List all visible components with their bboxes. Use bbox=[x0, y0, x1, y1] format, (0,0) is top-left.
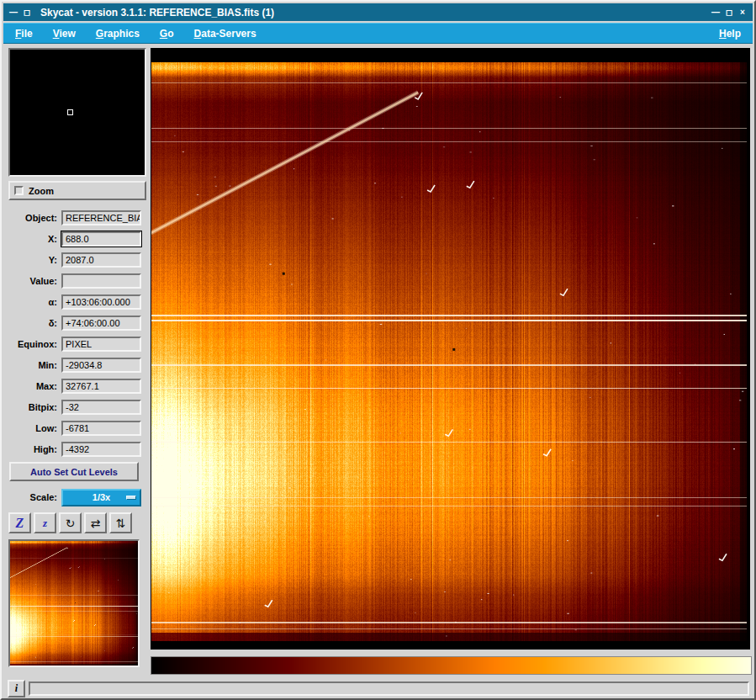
field-row: Value: bbox=[8, 270, 146, 291]
bitpix-entry[interactable]: -32 bbox=[61, 400, 141, 415]
thumbnail-frame bbox=[8, 539, 140, 667]
rotate-button[interactable]: ↻ bbox=[59, 512, 82, 533]
skycat-window: — ◻ Skycat - version 3.1.1: REFERENCE_BI… bbox=[0, 0, 756, 700]
image-canvas[interactable] bbox=[151, 48, 750, 650]
y-entry[interactable]: 2087.0 bbox=[61, 252, 141, 268]
field-row: Object: REFERENCE_BIAS bbox=[8, 207, 146, 228]
toolbar: Z z ↻ ⇄ ⇅ bbox=[8, 512, 132, 533]
low-entry[interactable]: -6781 bbox=[61, 421, 141, 436]
scale-value: 1/3x bbox=[93, 492, 110, 502]
field-row: Max: 32767.1 bbox=[8, 375, 146, 396]
max-label: Max: bbox=[8, 381, 57, 391]
menubar: File View Graphics Go Data-Servers Help bbox=[3, 23, 753, 44]
field-row: Low: -6781 bbox=[8, 417, 146, 438]
info-button[interactable]: i bbox=[8, 680, 25, 697]
high-label: High: bbox=[8, 444, 57, 454]
titlebar[interactable]: — ◻ Skycat - version 3.1.1: REFERENCE_BI… bbox=[3, 3, 753, 21]
low-label: Low: bbox=[8, 423, 57, 433]
colorbar-frame bbox=[151, 656, 752, 675]
x-label: X: bbox=[8, 234, 57, 244]
dec-label: δ: bbox=[8, 318, 57, 328]
scale-row: Scale: 1/3x bbox=[8, 488, 146, 506]
field-row: Min: -29034.8 bbox=[8, 354, 146, 375]
menu-help[interactable]: Help bbox=[719, 28, 741, 40]
flip-x-button[interactable]: ⇄ bbox=[84, 512, 107, 533]
bitpix-label: Bitpix: bbox=[8, 402, 57, 412]
pan-view-rect[interactable] bbox=[67, 109, 73, 115]
menu-go[interactable]: Go bbox=[160, 28, 174, 40]
scale-label: Scale: bbox=[8, 492, 57, 502]
minimize-icon[interactable]: — bbox=[709, 6, 722, 19]
equinox-entry[interactable]: PIXEL bbox=[61, 337, 141, 352]
colorbar[interactable] bbox=[151, 657, 751, 674]
menu-graphics[interactable]: Graphics bbox=[96, 28, 140, 40]
menu-data-servers[interactable]: Data-Servers bbox=[194, 28, 256, 40]
y-label: Y: bbox=[8, 255, 57, 265]
zoom-label: Zoom bbox=[29, 186, 54, 196]
equinox-label: Equinox: bbox=[8, 339, 57, 349]
field-row: δ: +74:06:00.00 bbox=[8, 312, 146, 333]
max-entry[interactable]: 32767.1 bbox=[61, 379, 141, 394]
option-menu-indicator bbox=[126, 496, 136, 500]
zoom-in-button[interactable]: Z bbox=[8, 512, 31, 533]
field-row: Y: 2087.0 bbox=[8, 249, 146, 270]
window-shade-icon[interactable]: ◻ bbox=[20, 6, 34, 19]
menu-view[interactable]: View bbox=[53, 28, 76, 40]
object-label: Object: bbox=[8, 213, 57, 223]
pan-window[interactable] bbox=[8, 48, 146, 177]
field-row: Bitpix: -32 bbox=[8, 396, 146, 417]
high-entry[interactable]: -4392 bbox=[61, 442, 141, 457]
thumbnail-image[interactable] bbox=[10, 541, 138, 666]
status-line bbox=[29, 681, 749, 696]
window-title: Skycat - version 3.1.1: REFERENCE_BIAS.f… bbox=[40, 7, 709, 19]
flip-x-icon: ⇄ bbox=[91, 517, 101, 530]
ra-entry[interactable]: +103:06:00.000 bbox=[61, 294, 141, 310]
rotate-icon: ↻ bbox=[66, 517, 76, 530]
min-label: Min: bbox=[8, 360, 57, 370]
value-entry[interactable] bbox=[61, 273, 141, 289]
value-label: Value: bbox=[8, 276, 57, 286]
ra-label: α: bbox=[8, 297, 57, 307]
window-menu-icon[interactable]: — bbox=[7, 6, 20, 19]
object-entry[interactable]: REFERENCE_BIAS bbox=[61, 210, 141, 225]
dec-entry[interactable]: +74:06:00.00 bbox=[61, 316, 141, 331]
flip-y-button[interactable]: ⇅ bbox=[109, 512, 132, 533]
field-row: α: +103:06:00.000 bbox=[8, 291, 146, 312]
maximize-icon[interactable]: ◻ bbox=[722, 6, 736, 19]
zoom-out-button[interactable]: z bbox=[34, 512, 56, 533]
field-row: X: 688.0 bbox=[8, 228, 146, 249]
field-row: High: -4392 bbox=[8, 438, 146, 459]
x-entry[interactable]: 688.0 bbox=[61, 231, 141, 247]
menu-file[interactable]: File bbox=[15, 28, 33, 40]
zoom-panel: Zoom bbox=[8, 181, 146, 200]
scale-option-menu[interactable]: 1/3x bbox=[61, 489, 141, 506]
field-row: Equinox: PIXEL bbox=[8, 333, 146, 354]
flip-y-icon: ⇅ bbox=[116, 517, 126, 530]
info-panel: Object: REFERENCE_BIAS X: 688.0 Y: 2087.… bbox=[8, 207, 146, 459]
close-icon[interactable]: × bbox=[736, 6, 749, 19]
zoom-checkbox[interactable] bbox=[14, 186, 24, 195]
auto-set-cut-levels-button[interactable]: Auto Set Cut Levels bbox=[9, 462, 139, 481]
min-entry[interactable]: -29034.8 bbox=[61, 358, 141, 373]
